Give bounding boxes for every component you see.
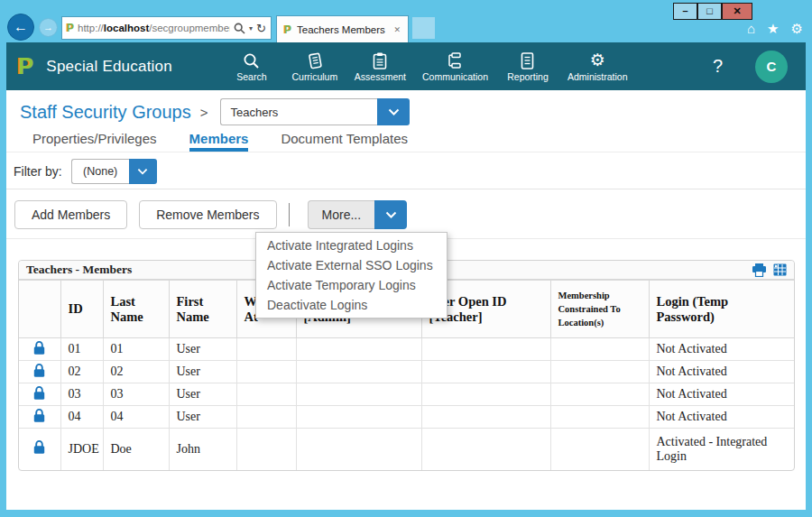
favorites-star-icon[interactable]: ★ — [767, 21, 779, 37]
more-button-label: More... — [308, 200, 375, 229]
lock-icon[interactable] — [32, 385, 46, 401]
nav-reporting[interactable]: Reporting — [504, 51, 551, 82]
back-button[interactable]: ← — [7, 14, 34, 41]
browser-settings-gear-icon[interactable]: ⚙ — [791, 21, 803, 37]
col-lock — [19, 281, 60, 338]
app-title: Special Education — [46, 58, 172, 76]
group-select[interactable]: Teachers — [220, 98, 410, 125]
filter-row: Filter by: (None) — [6, 153, 806, 189]
address-bar[interactable]: P http://localhost/secgroupmembers.a ▾ ↻ — [61, 16, 272, 40]
menu-item-activate-external-sso-logins[interactable]: Activate External SSO Logins — [256, 255, 447, 275]
close-button[interactable]: ✕ — [722, 3, 752, 20]
lock-icon[interactable] — [32, 340, 46, 355]
filter-select-value: (None) — [71, 159, 129, 184]
search-url-icon[interactable] — [234, 23, 245, 34]
section-tabs: Properties/Privileges Members Document T… — [6, 130, 806, 152]
print-icon[interactable] — [752, 263, 767, 277]
main-nav: Search Curriculum Assessment Communicati… — [228, 51, 628, 82]
help-button[interactable]: ? — [713, 56, 723, 77]
col-first-name: First Name — [169, 281, 236, 338]
tab-members[interactable]: Members — [189, 130, 249, 152]
org-chart-icon — [447, 51, 465, 69]
nav-curriculum[interactable]: Curriculum — [291, 51, 338, 82]
home-icon[interactable]: ⌂ — [747, 21, 755, 37]
search-icon — [243, 51, 260, 69]
group-select-value: Teachers — [220, 98, 377, 125]
col-login: Login (Temp Password) — [649, 281, 794, 338]
nav-administration[interactable]: ⚙ Administration — [567, 51, 628, 82]
tab-properties-privileges[interactable]: Properties/Privileges — [32, 130, 157, 152]
url-text: http://localhost/secgroupmembers.a — [78, 23, 230, 33]
tab-document-templates[interactable]: Document Templates — [281, 130, 408, 152]
forward-button[interactable]: → — [39, 18, 58, 37]
site-favicon-icon: P — [67, 22, 74, 34]
table-title: Teachers - Members — [26, 263, 132, 277]
filter-select-chevron-icon[interactable] — [129, 159, 157, 184]
window-controls: – □ ✕ — [673, 3, 752, 20]
menu-item-activate-integrated-logins[interactable]: Activate Integrated Logins — [256, 235, 447, 255]
clipboard-icon — [373, 51, 387, 69]
nav-assessment[interactable]: Assessment — [355, 51, 406, 82]
lock-icon[interactable] — [32, 408, 46, 423]
book-icon — [306, 51, 324, 69]
group-select-chevron-icon[interactable] — [377, 98, 410, 125]
table-row[interactable]: 0101User Not Activated — [19, 338, 794, 361]
lock-icon[interactable] — [32, 363, 46, 378]
more-chevron-icon[interactable] — [374, 200, 407, 229]
page-title-link[interactable]: Staff Security Groups — [20, 102, 191, 123]
lock-icon[interactable] — [32, 439, 46, 455]
admin-gear-icon: ⚙ — [590, 51, 605, 69]
table-row[interactable]: 0202User Not Activated — [19, 361, 794, 383]
more-dropdown-menu: Activate Integrated Logins Activate Exte… — [255, 232, 448, 319]
minimize-button[interactable]: – — [673, 3, 697, 20]
refresh-icon[interactable]: ↻ — [256, 22, 266, 35]
breadcrumb-separator: > — [200, 105, 208, 120]
maximize-button[interactable]: □ — [697, 3, 722, 20]
table-row[interactable]: 0303User Not Activated — [19, 383, 794, 406]
table-row[interactable]: 0404User Not Activated — [19, 406, 794, 429]
menu-item-activate-temporary-logins[interactable]: Activate Temporary Logins — [256, 275, 447, 295]
report-document-icon — [521, 51, 534, 69]
tab-close-icon[interactable]: ✕ — [393, 25, 401, 34]
add-members-button[interactable]: Add Members — [14, 200, 127, 229]
filter-label: Filter by: — [14, 164, 62, 179]
app-header: P Special Education Search Curriculum As… — [6, 42, 806, 90]
user-avatar[interactable]: C — [755, 51, 788, 83]
browser-tab[interactable]: P Teachers Members ✕ — [276, 15, 409, 42]
button-divider — [289, 203, 290, 226]
page-content: Staff Security Groups > Teachers Propert… — [6, 90, 806, 510]
tab-title: Teachers Members — [297, 24, 388, 35]
remove-members-button[interactable]: Remove Members — [139, 200, 276, 229]
excel-export-icon[interactable] — [773, 263, 787, 276]
col-membership: Membership Constrained To Location(s) — [550, 281, 649, 338]
table-row[interactable]: JDOEDoeJohn Activated - Integrated Login — [19, 429, 794, 470]
nav-search[interactable]: Search — [228, 51, 275, 82]
browser-window: – □ ✕ ← → P http://localhost/secgroupmem… — [0, 0, 812, 517]
tab-favicon-icon: P — [284, 23, 291, 36]
menu-item-deactivate-logins[interactable]: Deactivate Logins — [256, 295, 447, 315]
new-tab-button[interactable] — [412, 17, 435, 39]
col-id: ID — [60, 281, 103, 338]
nav-communication[interactable]: Communication — [422, 51, 488, 82]
filter-select[interactable]: (None) — [71, 159, 157, 184]
more-button[interactable]: More... — [308, 200, 408, 229]
app-logo: P — [18, 52, 33, 80]
col-last-name: Last Name — [103, 281, 169, 338]
address-dropdown-icon[interactable]: ▾ — [249, 24, 253, 32]
